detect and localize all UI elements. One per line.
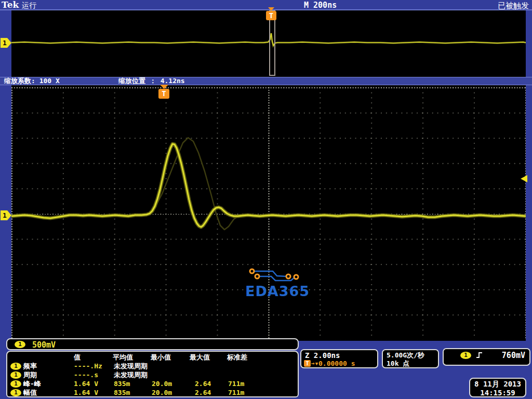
- zoom-waveform-area: EDA365: [11, 85, 526, 341]
- channel1-scale-readout[interactable]: 1 500mV: [6, 338, 299, 350]
- record-length-value: 10k 点: [387, 360, 438, 368]
- measurement-value: ----.Hz: [74, 362, 102, 370]
- zoom-factor-readout: 缩放系数: 100 X: [4, 77, 60, 85]
- date-value: 8 11月 2013: [470, 380, 525, 389]
- zoom-position-readout: 缩放位置 ： 4.12ns: [118, 77, 185, 85]
- main-timebase-readout: M 200ns: [304, 1, 337, 10]
- measurement-value: 1.64 V: [74, 380, 98, 388]
- measurement-name: 幅值: [23, 389, 37, 397]
- triangle-down-icon: ▼: [315, 361, 318, 366]
- col-header-mean: 平均值: [113, 353, 133, 362]
- measurement-name: 频率: [23, 362, 37, 370]
- measurement-header-row: 值 平均值 最小值 最大值 标准差: [7, 353, 298, 362]
- trigger-status: 已被触发: [498, 1, 529, 11]
- brand-logo: Tek: [2, 0, 19, 10]
- measurement-max: 2.64: [195, 389, 211, 397]
- trigger-level-arrow-icon[interactable]: [521, 175, 527, 182]
- trigger-readout[interactable]: 1 760mV: [443, 348, 530, 366]
- trigger-t-icon: T: [158, 89, 169, 99]
- trigger-t-icon: T: [304, 360, 311, 367]
- datetime-readout[interactable]: 8 11月 2013 14:15:59: [469, 378, 526, 397]
- overview-waveform-area: [11, 10, 526, 77]
- col-header-value: 值: [74, 353, 81, 362]
- col-header-max: 最大值: [190, 353, 210, 362]
- measurement-max: 2.64: [195, 380, 211, 388]
- measurement-mean: 835m: [114, 389, 130, 397]
- measurement-value: 1.64 V: [74, 389, 98, 397]
- measurement-stddev: 711m: [228, 380, 244, 388]
- zoom-scale-value: Z 2.00ns: [305, 351, 340, 360]
- horizontal-position-value: 0.00000 s: [318, 360, 355, 367]
- measurement-name: 周期: [23, 371, 37, 379]
- measurement-note: 未发现周期: [114, 371, 148, 379]
- overview-channel1-marker[interactable]: 1: [1, 38, 11, 48]
- acquisition-readout[interactable]: 5.00G次/秒 10k 点: [382, 349, 439, 368]
- zoom-trigger-marker[interactable]: T: [158, 85, 169, 99]
- overview-trace: [11, 10, 526, 77]
- channel1-badge: 1: [10, 389, 21, 396]
- measurement-min: 20.0m: [152, 380, 172, 388]
- col-header-min: 最小值: [151, 353, 171, 362]
- measurement-note: 未发现周期: [114, 362, 148, 370]
- trigger-level-value: 760mV: [502, 351, 525, 360]
- measurement-mean: 835m: [114, 380, 130, 388]
- measurement-name: 峰-峰: [23, 380, 41, 388]
- trigger-triangle-icon: [160, 85, 168, 89]
- arrow-right-icon: →: [311, 360, 315, 367]
- measurement-row-pkpk: 1 峰-峰 1.64 V 835m 20.0m 2.64 711m: [7, 380, 298, 388]
- channel1-ground-marker[interactable]: 1: [1, 210, 11, 220]
- zoom-timebase-readout[interactable]: Z 2.00ns T→▼0.00000 s: [300, 349, 378, 368]
- channel1-badge: 1: [10, 380, 21, 388]
- acquisition-run-status: 运行: [22, 1, 36, 10]
- measurement-stddev: 711m: [228, 389, 244, 397]
- rising-edge-icon: [476, 352, 483, 359]
- time-value: 14:15:59: [470, 389, 525, 397]
- horizontal-position-readout: T→▼0.00000 s: [304, 360, 355, 367]
- channel1-trace: [11, 87, 526, 341]
- channel1-badge: 1: [15, 341, 25, 348]
- sample-rate-value: 5.00G次/秒: [387, 351, 438, 360]
- trigger-source-badge: 1: [460, 352, 471, 359]
- channel1-badge: 1: [10, 363, 21, 370]
- measurement-row-amplitude: 1 幅值 1.64 V 835m 20.0m 2.64 711m: [7, 389, 298, 397]
- channel1-badge: 1: [10, 371, 21, 379]
- trigger-t-icon: T: [266, 11, 276, 20]
- measurement-row-period: 1 周期 ----.s 未发现周期: [7, 371, 298, 379]
- zoom-info-bar: 缩放系数: 100 X 缩放位置 ： 4.12ns: [0, 77, 532, 85]
- oscilloscope-screen: Tek 运行 M 200ns 已被触发 T 1 缩放系数: 100 X 缩放位置…: [0, 0, 532, 399]
- channel1-scale-value: 500mV: [32, 340, 56, 350]
- overview-trigger-marker[interactable]: T: [266, 7, 276, 20]
- measurement-value: ----.s: [74, 371, 98, 379]
- measurement-panel: 值 平均值 最小值 最大值 标准差 1 频率 ----.Hz 未发现周期 1 周…: [6, 351, 299, 397]
- measurement-row-frequency: 1 频率 ----.Hz 未发现周期: [7, 362, 298, 370]
- trigger-triangle-icon: [268, 7, 274, 11]
- col-header-stddev: 标准差: [227, 353, 247, 362]
- measurement-min: 20.0m: [152, 389, 172, 397]
